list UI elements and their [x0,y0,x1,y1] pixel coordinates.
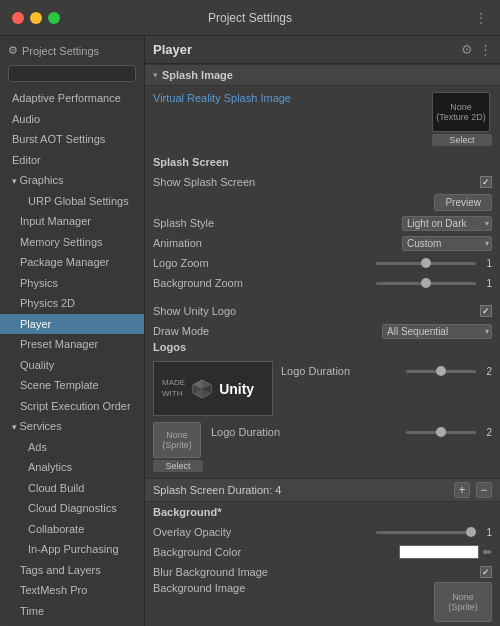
none-sprite-box: None(Sprite) Select [153,422,203,472]
preview-button[interactable]: Preview [434,194,492,211]
none-sprite-select-button[interactable]: Select [153,460,203,472]
background-section: Background* Overlay Opacity 1 Background… [145,502,500,626]
bg-zoom-slider[interactable] [376,282,476,285]
sidebar-item-editor[interactable]: Editor [0,150,144,171]
preview-label: None (Texture 2D) [433,102,489,122]
logo-zoom-slider[interactable] [376,262,476,265]
sidebar-item-script-execution[interactable]: Script Execution Order [0,396,144,417]
main-layout: ⚙ Project Settings Adaptive Performance … [0,36,500,626]
animation-dropdown-wrapper: Custom [402,236,492,251]
splash-screen-section: Splash Screen Show Splash Screen ✓ Previ… [145,152,500,297]
splash-style-row: Splash Style Light on Dark [153,213,492,233]
sidebar-item-textmesh-pro[interactable]: TextMesh Pro [0,580,144,601]
animation-dropdown[interactable]: Custom [402,236,492,251]
sidebar-item-analytics[interactable]: Analytics [0,457,144,478]
overlay-opacity-row: Overlay Opacity 1 [153,522,492,542]
splash-screen-title: Splash Screen [153,156,492,168]
settings-icon[interactable]: ⚙ [461,42,473,57]
animation-label: Animation [153,237,402,249]
logo-zoom-value: 1 [480,258,492,269]
more-icon[interactable]: ⋮ [479,42,492,57]
splash-select-button[interactable]: Select [432,134,492,146]
blur-checkbox[interactable]: ✓ [480,566,492,578]
sidebar-item-memory[interactable]: Memory Settings [0,232,144,253]
splash-style-dropdown-wrapper: Light on Dark [402,216,492,231]
sidebar-item-urp-global[interactable]: URP Global Settings [0,191,144,212]
sidebar-item-scene-template[interactable]: Scene Template [0,375,144,396]
overlay-slider[interactable] [376,531,476,534]
logos-area: MADEWITH Unity L [153,357,492,420]
animation-row: Animation Custom [153,233,492,253]
logo-duration-slider2[interactable] [406,431,476,434]
sidebar-item-audio[interactable]: Audio [0,109,144,130]
splash-preview-box: None (Texture 2D) Select [432,92,492,146]
sidebar-item-cloud-build[interactable]: Cloud Build [0,478,144,499]
duration-bar: Splash Screen Duration: 4 + − [145,478,500,502]
duration-minus-button[interactable]: − [476,482,492,498]
sidebar-item-burst-aot[interactable]: Burst AOT Settings [0,129,144,150]
overlay-slider-row: 1 [376,527,492,538]
preview-row: Preview [153,192,492,213]
draw-mode-dropdown[interactable]: All Sequential [382,324,492,339]
show-splash-row: Show Splash Screen ✓ [153,172,492,192]
show-splash-checkbox[interactable]: ✓ [480,176,492,188]
bg-image-row: Background Image None(Sprite) Select [153,582,492,626]
sidebar-title: Project Settings [22,45,99,57]
sidebar-item-player[interactable]: Player [0,314,144,335]
sidebar-item-cloud-diagnostics[interactable]: Cloud Diagnostics [0,498,144,519]
bg-color-swatch[interactable] [399,545,479,559]
sidebar-item-quality[interactable]: Quality [0,355,144,376]
sidebar-item-physics2d[interactable]: Physics 2D [0,293,144,314]
splash-image-label: Splash Image [162,69,233,81]
bg-color-row: Background Color ✏ [153,542,492,562]
show-unity-logo-label: Show Unity Logo [153,305,480,317]
show-splash-value: ✓ [480,176,492,188]
draw-mode-label: Draw Mode [153,325,382,337]
sidebar-item-graphics[interactable]: Graphics [0,170,144,191]
vr-splash-link[interactable]: Virtual Reality Splash Image [153,92,291,104]
content-area: Player ⚙ ⋮ ▾ Splash Image Virtual Realit… [145,36,500,626]
bg-zoom-label: Background Zoom [153,277,376,289]
logo-zoom-label: Logo Zoom [153,257,376,269]
search-input[interactable] [8,65,136,82]
bg-zoom-row: Background Zoom 1 [153,273,492,293]
bg-color-value: ✏ [399,545,492,559]
content-icons: ⚙ ⋮ [461,42,492,57]
logo-duration-slider1[interactable] [406,370,476,373]
sidebar-item-tags-layers[interactable]: Tags and Layers [0,560,144,581]
bg-image-none-label: None(Sprite) [448,592,478,612]
sidebar-item-adaptive-performance[interactable]: Adaptive Performance [0,88,144,109]
bg-zoom-value: 1 [480,278,492,289]
more-options-icon[interactable]: ⋮ [474,10,488,26]
splash-image-section-header[interactable]: ▾ Splash Image [145,64,500,86]
sidebar-item-services[interactable]: Services [0,416,144,437]
splash-style-dropdown[interactable]: Light on Dark [402,216,492,231]
bg-image-right: None(Sprite) Select [434,582,492,626]
sidebar-item-in-app-purchasing[interactable]: In-App Purchasing [0,539,144,560]
duration-controls: + − [454,482,492,498]
minimize-button[interactable] [30,12,42,24]
sidebar-item-input-manager[interactable]: Input Manager [0,211,144,232]
splash-style-label: Splash Style [153,217,402,229]
window-title: Project Settings [208,11,292,25]
unity-logo-box: MADEWITH Unity [153,361,273,416]
maximize-button[interactable] [48,12,60,24]
show-unity-checkbox[interactable]: ✓ [480,305,492,317]
logo-dur-slider-row1: 2 [406,366,492,377]
sidebar-item-preset-manager[interactable]: Preset Manager [0,334,144,355]
close-button[interactable] [12,12,24,24]
sidebar-item-package-manager[interactable]: Package Manager [0,252,144,273]
bg-zoom-slider-row: 1 [376,278,492,289]
sidebar-item-physics[interactable]: Physics [0,273,144,294]
none-sprite-area: None(Sprite) Select Logo Duration 2 [153,420,492,474]
sidebar-item-time[interactable]: Time [0,601,144,622]
overlay-label: Overlay Opacity [153,526,376,538]
duration-plus-button[interactable]: + [454,482,470,498]
pencil-icon[interactable]: ✏ [483,546,492,559]
sidebar-item-collaborate[interactable]: Collaborate [0,519,144,540]
unity-cube-icon [191,378,213,400]
none-sprite-label: None(Sprite) [162,430,192,450]
sidebar-item-ads[interactable]: Ads [0,437,144,458]
logo-dur-val1: 2 [480,366,492,377]
sidebar-item-timeline[interactable]: Timeline [0,621,144,626]
